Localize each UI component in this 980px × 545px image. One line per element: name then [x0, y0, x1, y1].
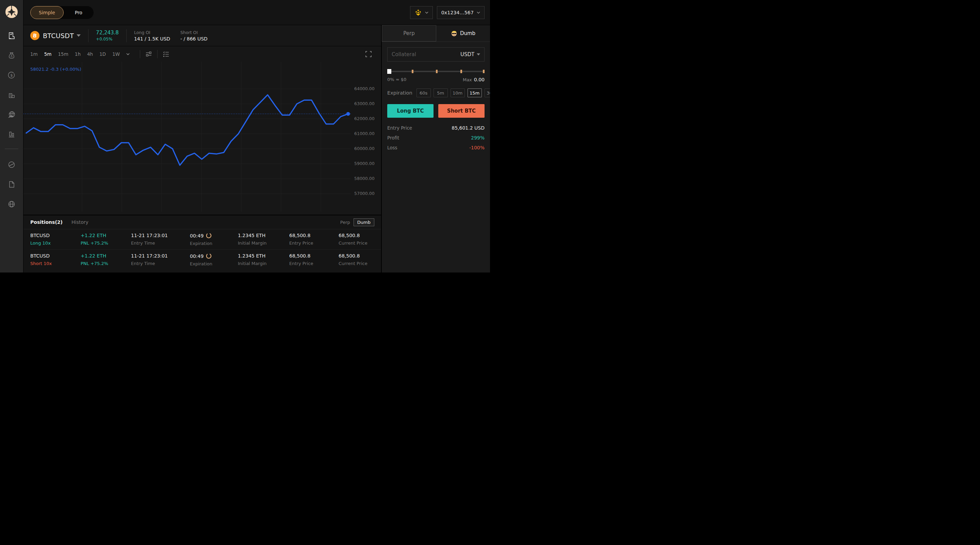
expiration-30m-button[interactable]: 30m [485, 89, 490, 97]
price-chart[interactable] [24, 62, 351, 211]
sidebar: A $ 1 [0, 0, 23, 272]
market-header: B BTCUSDT 72,243.8 +0.05% Long OI 141 / … [24, 25, 381, 46]
expiration-15m-button[interactable]: 15m [468, 89, 482, 97]
y-axis-label: 59000.00 [354, 161, 375, 166]
tab-history[interactable]: History [72, 219, 89, 225]
sidebar-item-community[interactable] [8, 160, 16, 169]
slider-tick[interactable] [483, 70, 485, 73]
dumb-face-icon [451, 30, 457, 37]
mode-pro-button[interactable]: Pro [64, 6, 94, 19]
timeframe-4h[interactable]: 4h [87, 51, 93, 57]
profit-value: 299% [471, 135, 485, 140]
short-btc-button[interactable]: Short BTC [438, 104, 485, 118]
timeframe-more-chevron-icon[interactable] [126, 53, 130, 55]
current-price-value: 68,500.8 [339, 253, 381, 259]
sidebar-item-language[interactable] [8, 200, 16, 208]
max-amount[interactable]: Max0.00 [463, 77, 485, 82]
leaderboard-icon: 1 [8, 91, 15, 99]
initial-margin-value: 1.2345 ETH [238, 253, 289, 259]
countdown-ring-icon [206, 253, 212, 259]
indicator-settings-icon[interactable] [145, 50, 153, 58]
svg-text:$: $ [11, 73, 13, 78]
entry-price-value: 68,500.8 [289, 233, 339, 238]
chevron-down-icon [477, 53, 480, 56]
chart-toolbar: 1m 5m 15m 1h 4h 1D 1W [24, 46, 381, 62]
market-dropdown-caret-icon[interactable] [76, 34, 81, 37]
sidebar-item-stats[interactable] [8, 130, 16, 138]
document-icon [8, 181, 15, 188]
slider-tick[interactable] [436, 70, 438, 73]
collateral-input[interactable] [392, 51, 458, 57]
current-price-label: Current Price [339, 261, 381, 266]
sidebar-item-rewards[interactable]: $ [8, 71, 16, 79]
expiration-countdown: 00:49 [190, 253, 204, 259]
expiration-5m-button[interactable]: 5m [434, 89, 448, 97]
sidebar-item-ecosystem[interactable] [8, 111, 16, 119]
svg-text:A: A [11, 55, 13, 58]
market-symbol: BTCUSDT [43, 32, 74, 40]
expiration-countdown: 00:49 [190, 233, 204, 238]
wallet-address: 0x1234...567 [441, 10, 474, 15]
position-row[interactable]: BTCUSDShort 10x +1.22 ETHPNL +75.2% 11-2… [24, 250, 381, 270]
timeframe-1D[interactable]: 1D [99, 51, 106, 57]
long-btc-button[interactable]: Long BTC [387, 104, 434, 118]
position-size: +1.22 ETH [81, 233, 131, 238]
y-axis-label: 63000.00 [354, 101, 375, 106]
timeframe-5m[interactable]: 5m [44, 51, 52, 57]
network-selector[interactable] [410, 6, 433, 19]
chart-panel: 1m 5m 15m 1h 4h 1D 1W [24, 46, 381, 215]
wallet-address-button[interactable]: 0x1234...567 [437, 6, 485, 19]
position-side: Long 10x [30, 240, 81, 246]
timeframe-15m[interactable]: 15m [58, 51, 68, 57]
timeframe-1W[interactable]: 1W [112, 51, 120, 57]
short-oi-value: - / 866 USD [180, 36, 208, 41]
profit-label: Profit [387, 135, 399, 140]
expiration-60s-button[interactable]: 60s [417, 89, 431, 97]
sidebar-item-docs[interactable] [8, 180, 16, 189]
trade-panel: Perp Dumb USDT [382, 25, 490, 272]
app-logo-icon[interactable] [5, 5, 18, 19]
y-axis-label: 64000.00 [354, 86, 375, 91]
initial-margin-label: Initial Margin [238, 240, 289, 246]
tab-positions[interactable]: Positions(2) [30, 219, 63, 225]
entry-price-value: 85,601.2 USD [452, 125, 485, 130]
y-axis-label: 60000.00 [354, 146, 375, 151]
sidebar-item-trade[interactable] [8, 32, 16, 40]
leverage-slider[interactable] [387, 69, 485, 74]
y-axis-label: 62000.00 [354, 116, 375, 121]
money-bag-icon: A [8, 52, 15, 59]
fullscreen-icon[interactable] [366, 51, 372, 57]
expiration-label: Expiration [387, 90, 412, 95]
mode-simple-button[interactable]: Simple [30, 6, 64, 19]
short-oi-label: Short OI [180, 30, 208, 35]
expiration-label: Expiration [190, 261, 238, 266]
position-pnl: PNL +75.2% [81, 240, 131, 246]
current-price-value: 68,500.8 [339, 233, 381, 238]
sidebar-item-leaderboard[interactable]: 1 [8, 91, 16, 99]
checklist-icon[interactable] [162, 50, 170, 58]
positions-dumb-toggle[interactable]: Dumb [353, 218, 374, 226]
mode-toggle: Simple Pro [30, 6, 94, 19]
chevron-down-icon [477, 11, 480, 14]
entry-price-label: Entry Price [387, 125, 412, 130]
market-price: 72,243.8 [96, 30, 119, 36]
timeframe-1m[interactable]: 1m [30, 51, 38, 57]
trade-chart-icon [8, 32, 15, 40]
slashed-circle-icon [8, 161, 15, 168]
positions-panel: Positions(2) History Perp Dumb BTCUSDLon… [24, 215, 381, 272]
expiration-label: Expiration [190, 241, 238, 246]
topbar: Simple Pro 0x1234...567 [24, 0, 490, 25]
tab-dumb[interactable]: Dumb [436, 25, 490, 41]
slider-tick[interactable] [412, 70, 414, 73]
stats-bars-icon [8, 130, 15, 138]
sidebar-item-earn[interactable]: A [8, 51, 16, 60]
slider-tick[interactable] [460, 70, 462, 73]
timeframe-1h[interactable]: 1h [75, 51, 81, 57]
collateral-asset-selector[interactable]: USDT [460, 51, 480, 57]
entry-time-value: 11-21 17:23:01 [131, 233, 190, 238]
expiration-10m-button[interactable]: 10m [450, 89, 465, 97]
tab-perp[interactable]: Perp [382, 25, 436, 41]
positions-perp-toggle[interactable]: Perp [340, 220, 350, 225]
slider-handle[interactable] [387, 69, 391, 74]
position-row[interactable]: BTCUSDLong 10x +1.22 ETHPNL +75.2% 11-21… [24, 229, 381, 249]
